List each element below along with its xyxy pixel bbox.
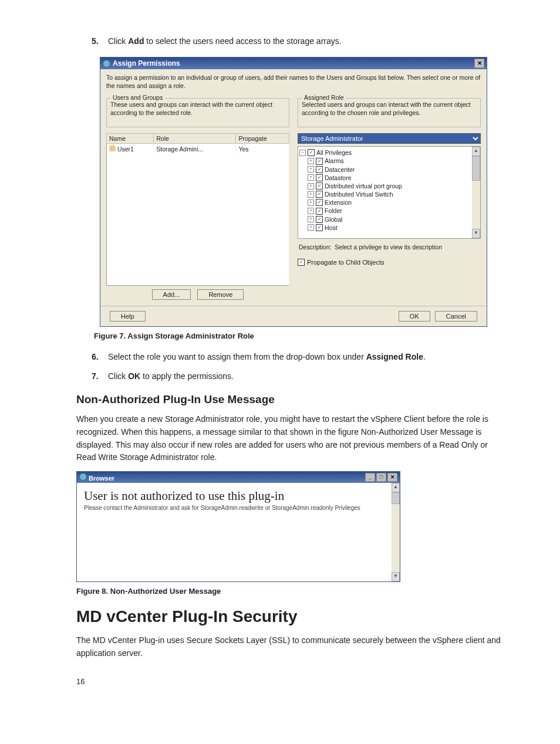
- checkbox-icon[interactable]: ✓: [316, 174, 323, 181]
- app-icon: [103, 60, 110, 67]
- not-authorized-heading: User is not authorized to use this plug-…: [84, 489, 395, 503]
- privileges-tree[interactable]: −✓All Privileges +✓Alarms +✓Datacenter +…: [298, 146, 481, 239]
- browser-icon: [79, 473, 87, 481]
- col-propagate[interactable]: Propagate: [236, 134, 289, 144]
- expand-icon[interactable]: +: [308, 224, 314, 231]
- checkbox-icon[interactable]: ✓: [316, 199, 323, 206]
- dialog-titlebar: Assign Permissions ✕: [100, 58, 487, 69]
- expand-icon[interactable]: +: [308, 208, 314, 214]
- expand-icon[interactable]: +: [308, 174, 314, 181]
- scroll-down-icon[interactable]: ▼: [392, 572, 400, 581]
- dialog-title: Assign Permissions: [113, 59, 180, 67]
- scrollbar[interactable]: ▲ ▼: [472, 147, 480, 238]
- propagate-checkbox[interactable]: ✓: [298, 259, 305, 266]
- propagate-label: Propagate to Child Objects: [307, 259, 384, 266]
- users-groups-legend: Users and Groups: [110, 94, 165, 101]
- browser-titlebar: Browser _ □ ✕: [77, 472, 400, 483]
- checkbox-icon[interactable]: ✓: [316, 182, 323, 190]
- expand-icon[interactable]: +: [308, 191, 314, 198]
- checkbox-icon[interactable]: ✓: [316, 224, 323, 231]
- checkbox-icon[interactable]: ✓: [316, 216, 323, 223]
- assigned-role-desc: Selected users and groups can interact w…: [302, 101, 477, 119]
- checkbox-icon[interactable]: ✓: [316, 166, 323, 173]
- figure-8-caption: Figure 8. Non-Authorized User Message: [76, 587, 507, 596]
- section-heading-nonauth: Non-Authorized Plug-In Use Message: [76, 393, 507, 406]
- expand-icon[interactable]: +: [308, 166, 314, 173]
- scroll-down-icon[interactable]: ▼: [472, 229, 480, 238]
- ok-button[interactable]: OK: [399, 311, 430, 322]
- checkbox-icon[interactable]: ✓: [316, 191, 323, 198]
- step-6-number: 6.: [92, 351, 108, 363]
- col-name[interactable]: Name: [107, 134, 154, 144]
- page-number: 16: [76, 677, 507, 686]
- checkbox-icon[interactable]: ✓: [308, 149, 315, 156]
- close-icon[interactable]: ✕: [387, 473, 397, 482]
- section-heading-security: MD vCenter Plug-In Security: [76, 607, 507, 626]
- expand-icon[interactable]: +: [308, 183, 314, 190]
- privilege-description: Description: Select a privilege to view …: [298, 244, 481, 252]
- table-row[interactable]: User1 Storage Admini... Yes: [107, 144, 289, 154]
- browser-title: Browser: [89, 475, 114, 482]
- col-role[interactable]: Role: [154, 134, 236, 144]
- user-icon: [109, 145, 116, 151]
- minimize-icon[interactable]: _: [365, 473, 375, 482]
- expand-icon[interactable]: +: [308, 199, 314, 206]
- step-7-number: 7.: [92, 370, 108, 383]
- remove-button[interactable]: Remove: [197, 289, 244, 300]
- expand-icon[interactable]: +: [308, 216, 314, 222]
- scroll-up-icon[interactable]: ▲: [392, 483, 400, 492]
- not-authorized-detail: Please contact the Administrator and ask…: [84, 505, 395, 511]
- step-7-text: Click OK to apply the permissions.: [108, 370, 234, 383]
- checkbox-icon[interactable]: ✓: [316, 208, 323, 215]
- role-select[interactable]: Storage Administrator: [298, 133, 481, 144]
- scrollbar[interactable]: ▲ ▼: [392, 483, 400, 581]
- figure-7-caption: Figure 7. Assign Storage Administrator R…: [94, 332, 507, 340]
- checkbox-icon[interactable]: ✓: [316, 158, 323, 165]
- cancel-button[interactable]: Cancel: [435, 311, 477, 322]
- users-groups-fieldset: Users and Groups These users and groups …: [106, 98, 289, 127]
- users-groups-desc: These users and groups can interact with…: [110, 101, 285, 119]
- step-6-text: Select the role you want to assign them …: [108, 351, 426, 363]
- section-para-security: The MD vCenter Plug-in uses Secure Socke…: [76, 634, 507, 660]
- help-button[interactable]: Help: [110, 311, 146, 322]
- browser-dialog: Browser _ □ ✕ User is not authorized to …: [76, 471, 400, 582]
- dialog-intro: To assign a permission to an individual …: [106, 74, 481, 90]
- users-table: Name Role Propagate User1 Storage Admini…: [106, 133, 289, 286]
- expand-icon[interactable]: +: [308, 158, 314, 164]
- add-button[interactable]: Add...: [152, 289, 191, 300]
- collapse-icon[interactable]: −: [299, 150, 306, 156]
- assigned-role-legend: Assigned Role: [302, 94, 346, 101]
- close-icon[interactable]: ✕: [474, 59, 484, 68]
- section-para-nonauth: When you create a new Storage Administra…: [76, 413, 507, 464]
- assigned-role-fieldset: Assigned Role Selected users and groups …: [298, 98, 481, 127]
- step-5-number: 5.: [92, 35, 108, 48]
- assign-permissions-dialog: Assign Permissions ✕ To assign a permiss…: [100, 57, 487, 327]
- step-5-text: Click Add to select the users need acces…: [108, 35, 342, 48]
- maximize-icon[interactable]: □: [376, 473, 386, 482]
- scroll-up-icon[interactable]: ▲: [472, 147, 480, 156]
